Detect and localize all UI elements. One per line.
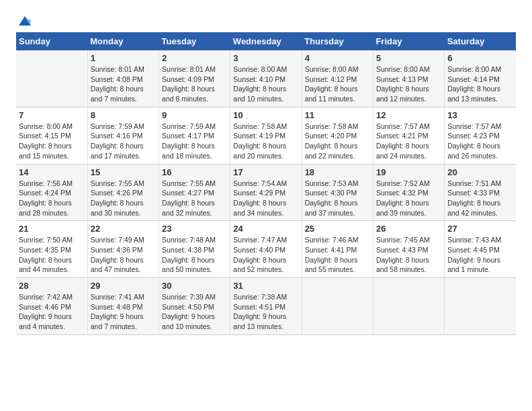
cell-sun-info: Sunrise: 7:39 AM Sunset: 4:50 PM Dayligh… — [162, 292, 227, 332]
calendar-cell: 1Sunrise: 8:01 AM Sunset: 4:08 PM Daylig… — [87, 50, 159, 107]
cell-sun-info: Sunrise: 7:59 AM Sunset: 4:17 PM Dayligh… — [162, 122, 227, 161]
calendar-cell: 20Sunrise: 7:51 AM Sunset: 4:33 PM Dayli… — [445, 164, 516, 221]
day-of-week-header: Monday — [87, 32, 159, 50]
day-number: 19 — [376, 167, 441, 177]
calendar-cell: 9Sunrise: 7:59 AM Sunset: 4:17 PM Daylig… — [159, 107, 230, 164]
calendar-cell: 13Sunrise: 7:57 AM Sunset: 4:23 PM Dayli… — [445, 107, 516, 164]
cell-sun-info: Sunrise: 8:00 AM Sunset: 4:15 PM Dayligh… — [19, 122, 85, 161]
calendar-cell: 18Sunrise: 7:53 AM Sunset: 4:30 PM Dayli… — [302, 164, 373, 221]
calendar-cell: 6Sunrise: 8:00 AM Sunset: 4:14 PM Daylig… — [445, 50, 516, 107]
calendar-table: SundayMondayTuesdayWednesdayThursdayFrid… — [16, 32, 516, 335]
day-number: 15 — [91, 167, 156, 177]
day-number: 30 — [162, 281, 227, 291]
day-of-week-header: Friday — [373, 32, 444, 50]
calendar-cell: 17Sunrise: 7:54 AM Sunset: 4:29 PM Dayli… — [230, 164, 302, 221]
day-number: 24 — [233, 224, 298, 234]
calendar-cell — [373, 278, 444, 335]
day-number: 2 — [162, 53, 227, 63]
calendar-cell: 16Sunrise: 7:55 AM Sunset: 4:27 PM Dayli… — [159, 164, 230, 221]
calendar-cell — [445, 278, 516, 335]
day-of-week-header: Wednesday — [230, 32, 302, 50]
calendar-cell: 24Sunrise: 7:47 AM Sunset: 4:40 PM Dayli… — [230, 221, 302, 278]
calendar-cell: 28Sunrise: 7:42 AM Sunset: 4:46 PM Dayli… — [16, 278, 87, 335]
day-number: 22 — [91, 224, 156, 234]
day-of-week-header: Saturday — [445, 32, 516, 50]
calendar-cell: 22Sunrise: 7:49 AM Sunset: 4:36 PM Dayli… — [87, 221, 159, 278]
day-number: 1 — [91, 53, 156, 63]
calendar-cell: 7Sunrise: 8:00 AM Sunset: 4:15 PM Daylig… — [16, 107, 87, 164]
cell-sun-info: Sunrise: 7:58 AM Sunset: 4:19 PM Dayligh… — [233, 122, 298, 161]
calendar-cell: 19Sunrise: 7:52 AM Sunset: 4:32 PM Dayli… — [373, 164, 444, 221]
page-header — [16, 13, 516, 26]
cell-sun-info: Sunrise: 7:42 AM Sunset: 4:46 PM Dayligh… — [19, 292, 85, 332]
cell-sun-info: Sunrise: 7:59 AM Sunset: 4:16 PM Dayligh… — [91, 122, 156, 161]
cell-sun-info: Sunrise: 8:01 AM Sunset: 4:09 PM Dayligh… — [162, 64, 227, 104]
cell-sun-info: Sunrise: 7:47 AM Sunset: 4:40 PM Dayligh… — [233, 235, 298, 275]
calendar-cell: 27Sunrise: 7:43 AM Sunset: 4:45 PM Dayli… — [445, 221, 516, 278]
calendar-cell: 25Sunrise: 7:46 AM Sunset: 4:41 PM Dayli… — [302, 221, 373, 278]
logo-icon — [17, 13, 32, 28]
cell-sun-info: Sunrise: 7:53 AM Sunset: 4:30 PM Dayligh… — [305, 179, 370, 218]
cell-sun-info: Sunrise: 7:51 AM Sunset: 4:33 PM Dayligh… — [447, 179, 513, 218]
cell-sun-info: Sunrise: 7:54 AM Sunset: 4:29 PM Dayligh… — [233, 179, 298, 218]
calendar-cell: 3Sunrise: 8:00 AM Sunset: 4:10 PM Daylig… — [230, 50, 302, 107]
day-number: 18 — [305, 167, 370, 177]
day-number: 27 — [447, 224, 513, 234]
cell-sun-info: Sunrise: 8:00 AM Sunset: 4:14 PM Dayligh… — [447, 64, 513, 104]
calendar-cell: 11Sunrise: 7:58 AM Sunset: 4:20 PM Dayli… — [302, 107, 373, 164]
day-number: 6 — [447, 53, 513, 63]
day-number: 5 — [376, 53, 441, 63]
logo — [16, 13, 32, 26]
cell-sun-info: Sunrise: 7:55 AM Sunset: 4:27 PM Dayligh… — [162, 179, 227, 218]
calendar-week-row: 7Sunrise: 8:00 AM Sunset: 4:15 PM Daylig… — [16, 107, 516, 164]
day-of-week-header: Sunday — [16, 32, 87, 50]
calendar-cell: 10Sunrise: 7:58 AM Sunset: 4:19 PM Dayli… — [230, 107, 302, 164]
day-number: 4 — [305, 53, 370, 63]
calendar-cell: 30Sunrise: 7:39 AM Sunset: 4:50 PM Dayli… — [159, 278, 230, 335]
day-number: 26 — [376, 224, 441, 234]
day-number: 25 — [305, 224, 370, 234]
calendar-cell: 5Sunrise: 8:00 AM Sunset: 4:13 PM Daylig… — [373, 50, 444, 107]
calendar-cell: 14Sunrise: 7:56 AM Sunset: 4:24 PM Dayli… — [16, 164, 87, 221]
calendar-cell: 29Sunrise: 7:41 AM Sunset: 4:48 PM Dayli… — [87, 278, 159, 335]
day-number: 16 — [162, 167, 227, 177]
calendar-cell: 26Sunrise: 7:45 AM Sunset: 4:43 PM Dayli… — [373, 221, 444, 278]
day-number: 8 — [91, 110, 156, 120]
day-number: 29 — [91, 281, 156, 291]
cell-sun-info: Sunrise: 7:57 AM Sunset: 4:23 PM Dayligh… — [447, 122, 513, 161]
cell-sun-info: Sunrise: 7:50 AM Sunset: 4:35 PM Dayligh… — [19, 235, 85, 275]
calendar-cell: 21Sunrise: 7:50 AM Sunset: 4:35 PM Dayli… — [16, 221, 87, 278]
day-of-week-header: Tuesday — [159, 32, 230, 50]
calendar-header-row: SundayMondayTuesdayWednesdayThursdayFrid… — [16, 32, 516, 50]
cell-sun-info: Sunrise: 7:56 AM Sunset: 4:24 PM Dayligh… — [19, 179, 85, 218]
cell-sun-info: Sunrise: 7:45 AM Sunset: 4:43 PM Dayligh… — [376, 235, 441, 275]
cell-sun-info: Sunrise: 7:58 AM Sunset: 4:20 PM Dayligh… — [305, 122, 370, 161]
cell-sun-info: Sunrise: 7:49 AM Sunset: 4:36 PM Dayligh… — [91, 235, 156, 275]
calendar-cell: 23Sunrise: 7:48 AM Sunset: 4:38 PM Dayli… — [159, 221, 230, 278]
calendar-cell: 4Sunrise: 8:00 AM Sunset: 4:12 PM Daylig… — [302, 50, 373, 107]
calendar-week-row: 21Sunrise: 7:50 AM Sunset: 4:35 PM Dayli… — [16, 221, 516, 278]
day-of-week-header: Thursday — [302, 32, 373, 50]
day-number: 20 — [447, 167, 513, 177]
calendar-week-row: 28Sunrise: 7:42 AM Sunset: 4:46 PM Dayli… — [16, 278, 516, 335]
day-number: 31 — [233, 281, 298, 291]
cell-sun-info: Sunrise: 8:00 AM Sunset: 4:12 PM Dayligh… — [305, 64, 370, 104]
day-number: 10 — [233, 110, 298, 120]
cell-sun-info: Sunrise: 7:55 AM Sunset: 4:26 PM Dayligh… — [91, 179, 156, 218]
day-number: 23 — [162, 224, 227, 234]
cell-sun-info: Sunrise: 7:41 AM Sunset: 4:48 PM Dayligh… — [91, 292, 156, 332]
calendar-cell: 15Sunrise: 7:55 AM Sunset: 4:26 PM Dayli… — [87, 164, 159, 221]
calendar-cell: 31Sunrise: 7:38 AM Sunset: 4:51 PM Dayli… — [230, 278, 302, 335]
calendar-cell — [16, 50, 87, 107]
day-number: 12 — [376, 110, 441, 120]
calendar-week-row: 14Sunrise: 7:56 AM Sunset: 4:24 PM Dayli… — [16, 164, 516, 221]
day-number: 13 — [447, 110, 513, 120]
cell-sun-info: Sunrise: 7:46 AM Sunset: 4:41 PM Dayligh… — [305, 235, 370, 275]
day-number: 3 — [233, 53, 298, 63]
cell-sun-info: Sunrise: 7:48 AM Sunset: 4:38 PM Dayligh… — [162, 235, 227, 275]
cell-sun-info: Sunrise: 7:43 AM Sunset: 4:45 PM Dayligh… — [447, 235, 513, 275]
cell-sun-info: Sunrise: 8:01 AM Sunset: 4:08 PM Dayligh… — [91, 64, 156, 104]
day-number: 28 — [19, 281, 85, 291]
cell-sun-info: Sunrise: 7:52 AM Sunset: 4:32 PM Dayligh… — [376, 179, 441, 218]
cell-sun-info: Sunrise: 8:00 AM Sunset: 4:10 PM Dayligh… — [233, 64, 298, 104]
